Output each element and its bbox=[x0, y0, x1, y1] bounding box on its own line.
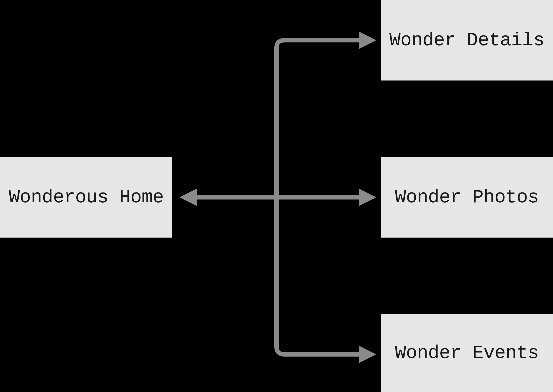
node-label: Wonder Details bbox=[389, 29, 545, 51]
node-label: Wonderous Home bbox=[9, 187, 164, 208]
node-wonder-photos: Wonder Photos bbox=[381, 157, 553, 238]
node-wonder-events: Wonder Events bbox=[381, 314, 553, 392]
node-label: Wonder Events bbox=[395, 342, 539, 364]
node-wonder-details: Wonder Details bbox=[381, 0, 553, 81]
edge-home-to-events bbox=[277, 197, 372, 354]
edge-home-to-details bbox=[277, 40, 372, 197]
node-label: Wonder Photos bbox=[395, 187, 539, 208]
node-wonderous-home: Wonderous Home bbox=[0, 157, 172, 238]
